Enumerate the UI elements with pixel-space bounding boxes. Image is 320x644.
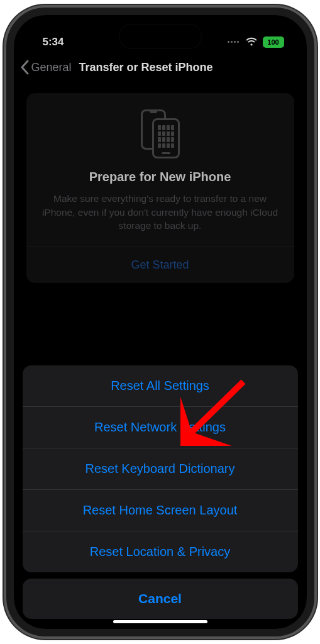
reset-keyboard-dictionary-button[interactable]: Reset Keyboard Dictionary <box>23 448 298 490</box>
cancel-button[interactable]: Cancel <box>23 579 298 619</box>
screen: 5:34 100 General <box>14 15 307 629</box>
iphone-device-frame: 5:34 100 General <box>6 8 314 636</box>
reset-all-settings-button[interactable]: Reset All Settings <box>23 365 298 407</box>
reset-action-sheet: Reset All Settings Reset Network Setting… <box>23 365 298 572</box>
reset-network-settings-button[interactable]: Reset Network Settings <box>23 407 298 448</box>
reset-home-screen-layout-button[interactable]: Reset Home Screen Layout <box>23 490 298 531</box>
home-indicator[interactable] <box>113 620 207 623</box>
action-sheet-scrim[interactable]: Reset All Settings Reset Network Setting… <box>14 15 307 629</box>
dynamic-island <box>119 25 201 48</box>
reset-location-privacy-button[interactable]: Reset Location & Privacy <box>23 531 298 572</box>
